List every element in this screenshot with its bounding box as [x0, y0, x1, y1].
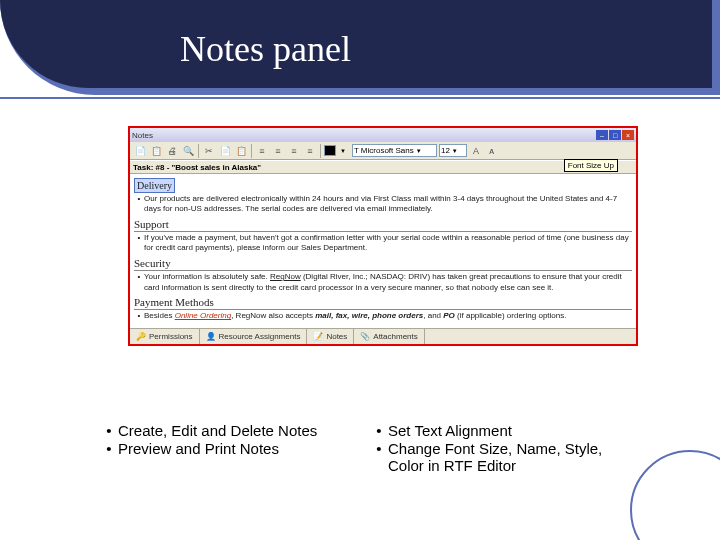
toolbar: 📄 📋 🖨 🔍 ✂ 📄 📋 ≡ ≡ ≡ ≡ ▼ T Microsoft Sans…	[130, 142, 636, 160]
user-icon: 👤	[206, 332, 216, 341]
attachment-icon: 📎	[360, 332, 370, 341]
tab-notes[interactable]: 📝Notes	[307, 328, 354, 344]
color-swatch[interactable]	[324, 145, 336, 156]
font-size-down-icon[interactable]: ᴀ	[485, 144, 499, 158]
task-row: Task: #8 - "Boost sales in Alaska"	[130, 160, 636, 174]
bottom-tabs: 🔑Permissions 👤Resource Assignments 📝Note…	[130, 328, 636, 344]
paste-icon[interactable]: 📋	[234, 144, 248, 158]
font-size-select[interactable]: 12▼	[439, 144, 467, 157]
preview-icon[interactable]: 🔍	[181, 144, 195, 158]
font-name-select[interactable]: T Microsoft Sans▼	[352, 144, 437, 157]
panel-title: Notes	[132, 131, 153, 140]
tab-permissions[interactable]: 🔑Permissions	[130, 328, 200, 344]
feature-left-0: Create, Edit and Delete Notes	[118, 422, 370, 439]
tooltip: Font Size Up	[564, 159, 618, 172]
font-size-up-icon[interactable]: A	[469, 144, 483, 158]
heading-security: Security	[134, 256, 632, 271]
task-label: Task: #8 - "Boost sales in Alaska"	[133, 163, 261, 172]
accent-line	[0, 97, 720, 99]
color-dropdown-icon[interactable]: ▼	[340, 148, 346, 154]
document-area[interactable]: Delivery •Our products are delivered ele…	[130, 174, 636, 328]
decorative-arc	[630, 450, 720, 540]
tool-icon-1[interactable]: 📄	[133, 144, 147, 158]
maximize-button[interactable]: □	[609, 130, 621, 140]
copy-icon[interactable]: 📄	[218, 144, 232, 158]
cut-icon[interactable]: ✂	[202, 144, 216, 158]
text-support: If you've made a payment, but haven't go…	[144, 233, 632, 254]
feature-right-0: Set Text Alignment	[388, 422, 640, 439]
key-icon: 🔑	[136, 332, 146, 341]
notes-panel-screenshot: Notes – □ × 📄 📋 🖨 🔍 ✂ 📄 📋 ≡ ≡ ≡ ≡ ▼ T Mi…	[128, 126, 638, 346]
align-right-icon[interactable]: ≡	[287, 144, 301, 158]
feature-right-1: Change Font Size, Name, Style, Color in …	[388, 440, 640, 474]
align-left-icon[interactable]: ≡	[255, 144, 269, 158]
close-button[interactable]: ×	[622, 130, 634, 140]
heading-support: Support	[134, 217, 632, 232]
tab-attachments[interactable]: 📎Attachments	[354, 328, 424, 344]
note-icon: 📝	[313, 332, 323, 341]
feature-bullets: •Create, Edit and Delete Notes •Preview …	[100, 422, 640, 475]
align-center-icon[interactable]: ≡	[271, 144, 285, 158]
tab-resource-assignments[interactable]: 👤Resource Assignments	[200, 328, 308, 344]
text-security: Your information is absolutely safe. Reg…	[144, 272, 632, 293]
text-delivery: Our products are delivered electronicall…	[144, 194, 632, 215]
text-payment: Besides Online Ordering, RegNow also acc…	[144, 311, 632, 321]
tool-icon-2[interactable]: 📋	[149, 144, 163, 158]
heading-delivery: Delivery	[134, 178, 175, 193]
minimize-button[interactable]: –	[596, 130, 608, 140]
feature-left-1: Preview and Print Notes	[118, 440, 370, 457]
print-icon[interactable]: 🖨	[165, 144, 179, 158]
heading-payment: Payment Methods	[134, 295, 632, 310]
slide-title: Notes panel	[180, 28, 351, 70]
align-justify-icon[interactable]: ≡	[303, 144, 317, 158]
panel-header: Notes – □ ×	[130, 128, 636, 142]
